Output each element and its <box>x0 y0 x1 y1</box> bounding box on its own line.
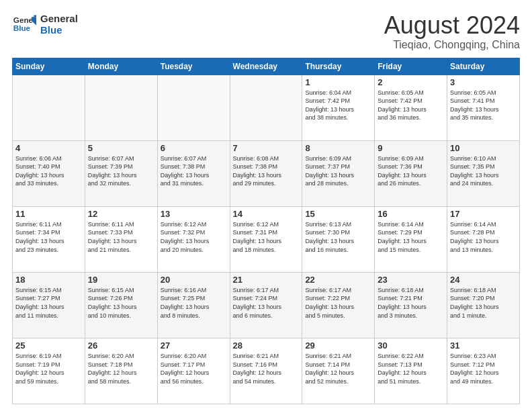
day-number: 28 <box>233 340 300 351</box>
calendar-cell: 4Sunrise: 6:06 AM Sunset: 7:40 PM Daylig… <box>13 140 85 206</box>
calendar-cell: 5Sunrise: 6:07 AM Sunset: 7:39 PM Daylig… <box>85 140 157 206</box>
day-header-thursday: Thursday <box>302 58 375 75</box>
day-number: 5 <box>88 143 154 153</box>
calendar-cell: 17Sunrise: 6:14 AM Sunset: 7:28 PM Dayli… <box>447 206 520 272</box>
calendar-cell: 31Sunrise: 6:23 AM Sunset: 7:12 PM Dayli… <box>447 338 520 404</box>
calendar-header-row: SundayMondayTuesdayWednesdayThursdayFrid… <box>13 58 520 75</box>
day-info: Sunrise: 6:15 AM Sunset: 7:26 PM Dayligh… <box>88 286 154 320</box>
svg-marker-3 <box>34 15 36 17</box>
calendar-cell: 28Sunrise: 6:21 AM Sunset: 7:16 PM Dayli… <box>230 338 302 404</box>
day-number: 24 <box>450 275 517 285</box>
day-info: Sunrise: 6:11 AM Sunset: 7:33 PM Dayligh… <box>88 220 154 254</box>
day-number: 30 <box>378 340 444 351</box>
day-info: Sunrise: 6:14 AM Sunset: 7:29 PM Dayligh… <box>378 220 444 254</box>
day-info: Sunrise: 6:09 AM Sunset: 7:37 PM Dayligh… <box>305 154 371 188</box>
day-info: Sunrise: 6:09 AM Sunset: 7:36 PM Dayligh… <box>378 154 444 188</box>
day-number: 13 <box>161 209 227 219</box>
calendar-cell: 6Sunrise: 6:07 AM Sunset: 7:38 PM Daylig… <box>157 140 230 206</box>
calendar-cell: 12Sunrise: 6:11 AM Sunset: 7:33 PM Dayli… <box>85 206 157 272</box>
day-info: Sunrise: 6:11 AM Sunset: 7:34 PM Dayligh… <box>15 220 82 254</box>
day-number: 21 <box>233 275 300 285</box>
day-info: Sunrise: 6:15 AM Sunset: 7:27 PM Dayligh… <box>15 286 82 320</box>
day-number: 25 <box>15 340 82 351</box>
day-number: 31 <box>450 340 517 351</box>
day-number: 14 <box>233 209 300 219</box>
calendar-cell: 15Sunrise: 6:13 AM Sunset: 7:30 PM Dayli… <box>302 206 375 272</box>
day-info: Sunrise: 6:05 AM Sunset: 7:42 PM Dayligh… <box>378 89 444 122</box>
calendar-cell <box>230 75 302 140</box>
calendar-cell: 27Sunrise: 6:20 AM Sunset: 7:17 PM Dayli… <box>157 338 230 404</box>
calendar-cell <box>85 75 157 140</box>
calendar-cell: 3Sunrise: 6:05 AM Sunset: 7:41 PM Daylig… <box>447 75 520 140</box>
day-info: Sunrise: 6:12 AM Sunset: 7:32 PM Dayligh… <box>161 220 227 254</box>
calendar-cell <box>13 75 85 140</box>
day-info: Sunrise: 6:23 AM Sunset: 7:12 PM Dayligh… <box>450 352 517 385</box>
day-number: 11 <box>15 209 82 219</box>
header: General Blue General Blue August 2024 Ti… <box>12 12 520 51</box>
title-block: August 2024 Tieqiao, Chongqing, China <box>384 12 520 51</box>
calendar-cell <box>157 75 230 140</box>
location: Tieqiao, Chongqing, China <box>384 39 520 51</box>
day-number: 19 <box>88 275 154 285</box>
day-info: Sunrise: 6:22 AM Sunset: 7:13 PM Dayligh… <box>378 352 444 385</box>
day-header-sunday: Sunday <box>13 58 85 75</box>
day-number: 12 <box>88 209 154 219</box>
day-number: 6 <box>161 143 227 153</box>
day-info: Sunrise: 6:04 AM Sunset: 7:42 PM Dayligh… <box>305 89 371 122</box>
day-number: 20 <box>161 275 227 285</box>
day-number: 2 <box>378 77 444 87</box>
calendar-cell: 14Sunrise: 6:12 AM Sunset: 7:31 PM Dayli… <box>230 206 302 272</box>
day-number: 8 <box>305 143 371 153</box>
day-info: Sunrise: 6:05 AM Sunset: 7:41 PM Dayligh… <box>450 89 517 122</box>
logo-icon: General Blue <box>12 12 36 36</box>
day-number: 17 <box>450 209 517 219</box>
day-number: 7 <box>233 143 300 153</box>
day-info: Sunrise: 6:18 AM Sunset: 7:20 PM Dayligh… <box>450 286 517 320</box>
calendar-cell: 18Sunrise: 6:15 AM Sunset: 7:27 PM Dayli… <box>13 272 85 338</box>
day-header-wednesday: Wednesday <box>230 58 302 75</box>
day-info: Sunrise: 6:14 AM Sunset: 7:28 PM Dayligh… <box>450 220 517 254</box>
day-header-friday: Friday <box>375 58 447 75</box>
calendar-cell: 2Sunrise: 6:05 AM Sunset: 7:42 PM Daylig… <box>375 75 447 140</box>
calendar-cell: 7Sunrise: 6:08 AM Sunset: 7:38 PM Daylig… <box>230 140 302 206</box>
day-number: 26 <box>88 340 154 351</box>
calendar-cell: 20Sunrise: 6:16 AM Sunset: 7:25 PM Dayli… <box>157 272 230 338</box>
calendar-cell: 22Sunrise: 6:17 AM Sunset: 7:22 PM Dayli… <box>302 272 375 338</box>
day-info: Sunrise: 6:20 AM Sunset: 7:18 PM Dayligh… <box>88 352 154 385</box>
calendar-week-3: 11Sunrise: 6:11 AM Sunset: 7:34 PM Dayli… <box>13 206 520 272</box>
calendar-cell: 8Sunrise: 6:09 AM Sunset: 7:37 PM Daylig… <box>302 140 375 206</box>
calendar-cell: 29Sunrise: 6:21 AM Sunset: 7:14 PM Dayli… <box>302 338 375 404</box>
month-title: August 2024 <box>384 12 520 39</box>
day-info: Sunrise: 6:07 AM Sunset: 7:39 PM Dayligh… <box>88 154 154 188</box>
day-header-monday: Monday <box>85 58 157 75</box>
calendar-week-4: 18Sunrise: 6:15 AM Sunset: 7:27 PM Dayli… <box>13 272 520 338</box>
calendar-cell: 25Sunrise: 6:19 AM Sunset: 7:19 PM Dayli… <box>13 338 85 404</box>
day-number: 27 <box>161 340 227 351</box>
calendar-cell: 24Sunrise: 6:18 AM Sunset: 7:20 PM Dayli… <box>447 272 520 338</box>
day-number: 4 <box>15 143 82 153</box>
day-number: 23 <box>378 275 444 285</box>
calendar-week-1: 1Sunrise: 6:04 AM Sunset: 7:42 PM Daylig… <box>13 75 520 140</box>
calendar-cell: 16Sunrise: 6:14 AM Sunset: 7:29 PM Dayli… <box>375 206 447 272</box>
day-number: 18 <box>15 275 82 285</box>
day-info: Sunrise: 6:06 AM Sunset: 7:40 PM Dayligh… <box>15 154 82 188</box>
day-info: Sunrise: 6:18 AM Sunset: 7:21 PM Dayligh… <box>378 286 444 320</box>
day-info: Sunrise: 6:10 AM Sunset: 7:35 PM Dayligh… <box>450 154 517 188</box>
day-info: Sunrise: 6:19 AM Sunset: 7:19 PM Dayligh… <box>15 352 82 385</box>
day-info: Sunrise: 6:08 AM Sunset: 7:38 PM Dayligh… <box>233 154 300 188</box>
calendar-cell: 11Sunrise: 6:11 AM Sunset: 7:34 PM Dayli… <box>13 206 85 272</box>
calendar-cell: 23Sunrise: 6:18 AM Sunset: 7:21 PM Dayli… <box>375 272 447 338</box>
calendar-cell: 9Sunrise: 6:09 AM Sunset: 7:36 PM Daylig… <box>375 140 447 206</box>
logo-line2: Blue <box>40 24 78 36</box>
logo-line1: General <box>40 13 78 24</box>
day-number: 15 <box>305 209 371 219</box>
logo: General Blue General Blue <box>12 12 78 36</box>
day-number: 3 <box>450 77 517 87</box>
calendar-week-5: 25Sunrise: 6:19 AM Sunset: 7:19 PM Dayli… <box>13 338 520 404</box>
calendar-cell: 26Sunrise: 6:20 AM Sunset: 7:18 PM Dayli… <box>85 338 157 404</box>
day-info: Sunrise: 6:07 AM Sunset: 7:38 PM Dayligh… <box>161 154 227 188</box>
calendar-week-2: 4Sunrise: 6:06 AM Sunset: 7:40 PM Daylig… <box>13 140 520 206</box>
day-number: 1 <box>305 77 371 87</box>
day-info: Sunrise: 6:12 AM Sunset: 7:31 PM Dayligh… <box>233 220 300 254</box>
calendar-table: SundayMondayTuesdayWednesdayThursdayFrid… <box>12 58 520 404</box>
